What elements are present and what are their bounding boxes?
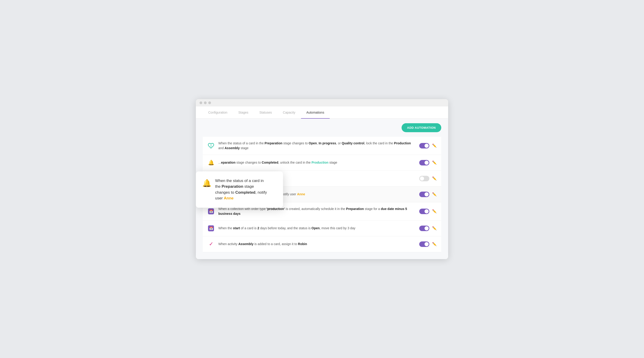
tooltip-popup: 🔔 When the status of a card in the Prepa…: [196, 171, 283, 208]
automation-controls: ✏️: [419, 192, 437, 197]
automation-text: ...eparation stage changes to Completed,…: [218, 160, 416, 165]
automation-toggle[interactable]: [419, 160, 429, 165]
title-bar: [196, 99, 448, 107]
edit-icon[interactable]: ✏️: [432, 192, 437, 196]
automation-controls: ✏️: [419, 241, 437, 247]
automation-row: 📅 When the start of a card is 2 days bef…: [203, 221, 441, 236]
edit-icon[interactable]: ✏️: [432, 176, 437, 181]
automation-icon-calendar2: 📅: [207, 225, 215, 232]
automation-icon-heart: [207, 142, 215, 149]
tab-bar: Configuration Stages Statuses Capacity A…: [196, 107, 448, 119]
automation-controls: ✏️: [419, 160, 437, 165]
automation-toggle[interactable]: [419, 209, 429, 214]
automation-controls: ✏️: [419, 209, 437, 214]
dot-red: [200, 101, 202, 104]
tab-configuration[interactable]: Configuration: [203, 107, 233, 118]
automation-text: When the start of a card is 2 days befor…: [218, 226, 416, 231]
dot-yellow: [204, 101, 207, 104]
dot-green: [208, 101, 211, 104]
automation-controls: ✏️: [419, 143, 437, 148]
edit-icon[interactable]: ✏️: [432, 160, 437, 165]
automation-controls: ✏️: [419, 176, 437, 181]
automation-icon-checkmark: ✓: [207, 240, 215, 248]
automation-row: ✓ When activity Assembly is added to a c…: [203, 236, 441, 252]
automation-text: When a collection with order type 'produ…: [218, 207, 416, 216]
automation-text: When the status of a card in the Prepara…: [218, 141, 416, 151]
automation-controls: ✏️: [419, 226, 437, 231]
automation-toggle[interactable]: [419, 226, 429, 231]
tooltip-icon: 🔔: [202, 179, 212, 187]
automation-row: When the status of a card in the Prepara…: [203, 137, 441, 155]
add-automation-button[interactable]: ADD AUTOMATION: [402, 123, 441, 132]
automation-toggle[interactable]: [419, 176, 429, 181]
svg-point-0: [211, 146, 211, 146]
edit-icon[interactable]: ✏️: [432, 242, 437, 246]
app-window: Configuration Stages Statuses Capacity A…: [196, 99, 448, 259]
automation-row: 🔔 ...eparation stage changes to Complete…: [203, 155, 441, 171]
edit-icon[interactable]: ✏️: [432, 143, 437, 148]
automation-toggle[interactable]: [419, 241, 429, 247]
tooltip-text: When the status of a card in the Prepara…: [215, 178, 267, 201]
automation-text: When activity Assembly is added to a car…: [218, 242, 416, 246]
automation-toggle[interactable]: [419, 192, 429, 197]
main-content: ADD AUTOMATION When the status of a card…: [196, 119, 448, 259]
automation-toggle[interactable]: [419, 143, 429, 148]
automation-icon-bell: 🔔: [207, 159, 215, 166]
tab-statuses[interactable]: Statuses: [254, 107, 277, 118]
edit-icon[interactable]: ✏️: [432, 226, 437, 230]
edit-icon[interactable]: ✏️: [432, 209, 437, 213]
add-button-row: ADD AUTOMATION: [203, 123, 441, 132]
automation-icon-calendar: 📅: [207, 208, 215, 215]
tab-capacity[interactable]: Capacity: [277, 107, 301, 118]
tab-stages[interactable]: Stages: [233, 107, 254, 118]
tab-automations[interactable]: Automations: [301, 107, 330, 118]
